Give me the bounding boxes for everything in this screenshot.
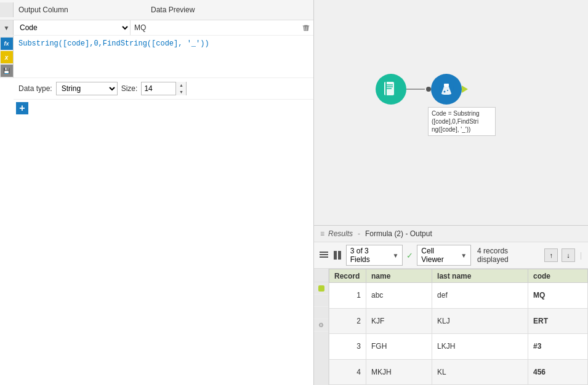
formula-node-icon[interactable] bbox=[431, 74, 462, 105]
output-column-header: Output Column bbox=[14, 3, 146, 17]
formula-row: fx x 💾 Substring([code],0,FindString([co… bbox=[0, 36, 313, 78]
results-table: Record name last name code 1 abc def MQ … bbox=[329, 269, 588, 385]
svg-rect-10 bbox=[320, 254, 328, 255]
cell-viewer-label: Cell Viewer bbox=[421, 247, 458, 264]
field-row: ▼ Code MQ bbox=[0, 20, 313, 36]
workflow-nodes: Code = Substring ([code],0,FindStri ng([… bbox=[376, 74, 462, 105]
svg-rect-13 bbox=[338, 251, 341, 260]
cell-record-3: 3 bbox=[329, 334, 366, 360]
row-indicator-col: ⚙ bbox=[314, 269, 329, 385]
formula-fx-button[interactable]: fx bbox=[1, 38, 13, 50]
row-ind-2 bbox=[314, 295, 328, 307]
col-header-record: Record bbox=[329, 269, 366, 283]
size-label: Size: bbox=[121, 84, 138, 93]
cell-code-4: 456 bbox=[528, 359, 587, 385]
row-ind-4: ⚙ bbox=[314, 319, 328, 331]
input-node[interactable] bbox=[376, 74, 406, 105]
size-up-button[interactable]: ▲ bbox=[176, 82, 186, 89]
svg-rect-12 bbox=[334, 251, 337, 260]
datatype-select[interactable]: String Int64 Double bbox=[56, 82, 118, 95]
results-title: Results bbox=[328, 229, 353, 238]
results-header: ≡ Results - Formula (2) - Output bbox=[314, 226, 588, 242]
field-name-select[interactable]: Code bbox=[14, 20, 131, 35]
formula-text[interactable]: Substring([code],0,FindString([code], '_… bbox=[14, 36, 313, 52]
cell-lastname-2: KLJ bbox=[432, 308, 528, 334]
columns-icon[interactable] bbox=[332, 250, 342, 260]
results-toolbar: 3 of 3 Fields ▼ ✓ Cell Viewer ▼ 4 record… bbox=[314, 242, 588, 269]
connector-1 bbox=[406, 87, 431, 92]
formula-save-button[interactable]: 💾 bbox=[1, 65, 13, 77]
cell-lastname-3: LKJH bbox=[432, 334, 528, 360]
col-header-lastname: last name bbox=[432, 269, 528, 283]
cell-name-3: FGH bbox=[366, 334, 432, 360]
records-count: 4 records displayed bbox=[477, 247, 541, 264]
scroll-up-button[interactable]: ↑ bbox=[544, 248, 558, 262]
cell-record-2: 2 bbox=[329, 308, 366, 334]
list-icon[interactable] bbox=[319, 250, 329, 260]
svg-rect-11 bbox=[320, 256, 328, 258]
table-header-row: Record name last name code bbox=[329, 269, 588, 283]
columns-header: Output Column Data Preview bbox=[0, 0, 313, 20]
left-panel: Output Column Data Preview ▼ Code MQ fx … bbox=[0, 0, 314, 385]
cell-lastname-1: def bbox=[432, 283, 528, 309]
cell-name-2: KJF bbox=[366, 308, 432, 334]
row-ind-header bbox=[314, 269, 328, 282]
cell-code-3: #3 bbox=[528, 334, 587, 360]
table-row: 4 MKJH KL 456 bbox=[329, 359, 588, 385]
green-dot-1 bbox=[318, 285, 324, 292]
scroll-down-button[interactable]: ↓ bbox=[562, 248, 575, 262]
formula-node[interactable]: Code = Substring ([code],0,FindStri ng([… bbox=[431, 74, 462, 105]
datatype-label: Data type: bbox=[18, 84, 52, 93]
cell-record-1: 1 bbox=[329, 283, 366, 309]
cell-code-2: ERT bbox=[528, 308, 587, 334]
size-input-wrap: ▲ ▼ bbox=[141, 82, 187, 95]
table-row: 2 KJF KLJ ERT bbox=[329, 308, 588, 334]
formula-x-button[interactable]: x bbox=[1, 51, 13, 63]
svg-rect-9 bbox=[320, 252, 328, 253]
results-panel: ≡ Results - Formula (2) - Output bbox=[314, 225, 588, 385]
cell-viewer-button[interactable]: Cell Viewer ▼ bbox=[417, 245, 471, 266]
delete-field-button[interactable] bbox=[299, 20, 313, 35]
svg-point-8 bbox=[447, 90, 448, 91]
svg-rect-1 bbox=[385, 82, 387, 95]
right-panel: Code = Substring ([code],0,FindStri ng([… bbox=[314, 0, 588, 385]
cell-name-4: MKJH bbox=[366, 359, 432, 385]
expand-chevron[interactable]: ▼ bbox=[0, 20, 14, 35]
row-ind-1 bbox=[314, 282, 328, 295]
canvas-area: Code = Substring ([code],0,FindStri ng([… bbox=[314, 0, 588, 225]
cell-name-1: abc bbox=[366, 283, 432, 309]
size-input[interactable] bbox=[142, 83, 175, 94]
row-ind-3 bbox=[314, 307, 328, 319]
svg-point-7 bbox=[444, 91, 446, 93]
add-field-row: + bbox=[14, 100, 313, 117]
table-row: 1 abc def MQ bbox=[329, 283, 588, 309]
cell-code-1: MQ bbox=[528, 283, 587, 309]
check-icon: ✓ bbox=[406, 251, 413, 260]
col-header-name: name bbox=[366, 269, 432, 283]
gear-icon: ⚙ bbox=[318, 322, 324, 328]
cell-lastname-4: KL bbox=[432, 359, 528, 385]
node-label: Code = Substring ([code],0,FindStri ng([… bbox=[428, 107, 496, 136]
cell-record-4: 4 bbox=[329, 359, 366, 385]
svg-rect-6 bbox=[444, 84, 449, 87]
input-node-icon[interactable] bbox=[376, 74, 406, 105]
field-preview-value: MQ bbox=[131, 22, 299, 34]
size-spinners: ▲ ▼ bbox=[175, 82, 186, 95]
fields-dropdown[interactable]: 3 of 3 Fields ▼ bbox=[346, 245, 403, 266]
results-subtitle: Formula (2) - Output bbox=[365, 229, 432, 238]
data-preview-header: Data Preview bbox=[146, 3, 299, 17]
results-table-area: ⚙ Record name last name code 1 abc def bbox=[314, 269, 588, 385]
fields-dropdown-label: 3 of 3 Fields bbox=[350, 247, 390, 264]
table-row: 3 FGH LKJH #3 bbox=[329, 334, 588, 360]
datatype-row: Data type: String Int64 Double Size: ▲ ▼ bbox=[14, 78, 313, 100]
size-down-button[interactable]: ▼ bbox=[176, 89, 186, 95]
col-header-code: code bbox=[528, 269, 587, 283]
formula-icon-col: fx x 💾 bbox=[0, 36, 14, 77]
output-connector bbox=[462, 85, 468, 93]
add-field-button[interactable]: + bbox=[16, 102, 28, 114]
